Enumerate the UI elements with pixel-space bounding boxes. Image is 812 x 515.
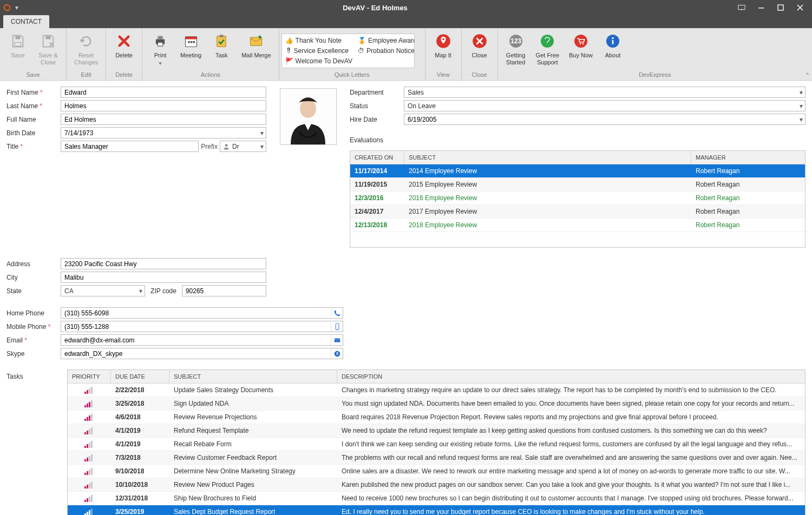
hire-date-input[interactable]: ▾ [404,114,806,125]
svg-rect-40 [87,390,88,394]
evaluation-row[interactable]: 12/4/20172017 Employee ReviewRobert Reag… [350,205,805,219]
ribbon-group-edit: Reset Changes Edit [67,28,106,80]
contact-photo[interactable] [280,88,337,145]
task-row[interactable]: 3/25/2018 Sign Updated NDA You must sign… [68,397,805,411]
task-row[interactable]: 4/6/2018 Review Revenue Projections Boar… [68,411,805,424]
task-button[interactable]: Task [208,30,235,70]
svg-rect-48 [87,417,88,421]
award-icon: 🏅 [358,37,366,44]
person-icon [222,143,230,150]
last-name-input[interactable] [61,100,266,111]
ribbon-group-devexpress: 123 Getting Started Get Free Support Buy… [498,28,812,80]
prefix-select[interactable]: Dr ▾ [220,141,266,152]
save-close-button[interactable]: Save & Close [35,30,62,70]
ribbon-group-close: Close Close [462,28,498,80]
maximize-button[interactable] [771,0,790,15]
buy-now-button[interactable]: Buy Now [566,30,596,70]
map-it-button[interactable]: Map It [430,30,457,70]
phone-icon[interactable] [331,308,343,318]
svg-rect-55 [84,446,86,448]
zip-input[interactable] [182,285,266,296]
quick-letters-gallery[interactable]: 👍Thank You Note🏅Employee Award🎖Service E… [281,34,415,68]
department-select[interactable]: Sales▾ [404,87,806,98]
meeting-button[interactable]: Meeting [177,30,205,70]
state-select[interactable]: CA▾ [61,285,145,296]
evaluations-table: Created On Subject Manager 11/17/2014201… [350,150,806,248]
close-button[interactable] [790,0,810,15]
svg-rect-49 [89,415,90,421]
skype-input[interactable]: S [61,348,343,359]
task-row[interactable]: 4/1/2019 Recall Rebate Form I don't thin… [68,438,805,451]
title-label: Title [6,143,61,150]
app-icon [2,3,12,12]
prefix-label: Prefix [201,143,218,150]
svg-rect-46 [91,400,93,407]
get-free-support-button[interactable]: Get Free Support [533,30,562,70]
task-row[interactable]: 7/3/2018 Review Customer Feedback Report… [68,451,805,465]
task-row[interactable]: 9/10/2018 Determine New Online Marketing… [68,465,805,478]
print-icon [152,32,169,50]
last-name-label: Last Name [6,102,61,110]
svg-rect-78 [91,509,93,515]
quick-letter-item[interactable]: 🚩Welcome To DevAV [284,56,353,67]
svg-rect-6 [15,36,20,39]
email-input[interactable] [61,334,343,346]
svg-rect-76 [87,512,88,515]
status-select[interactable]: On Leave▾ [404,100,806,111]
mail-merge-button[interactable]: Mail Merge [238,30,274,70]
home-phone-input[interactable] [61,307,343,319]
reset-changes-button[interactable]: Reset Changes [71,30,101,70]
svg-rect-58 [91,441,93,448]
priority-icon [68,451,111,464]
ribbon: Save Save & Close Save Reset Changes Edi… [0,28,812,81]
email-icon[interactable] [331,335,343,345]
quick-letter-item[interactable]: 🏅Employee Award [357,35,415,45]
minimize-button[interactable] [751,0,771,15]
svg-rect-74 [91,495,93,502]
ribbon-group-delete: Delete Delete [106,28,142,80]
task-row[interactable]: 12/31/2018 Ship New Brochures to Field N… [68,492,805,505]
task-row[interactable]: 2/22/2018 Update Sales Strategy Document… [68,384,805,397]
address-input[interactable] [61,258,266,269]
evaluations-label: Evaluations [350,134,806,146]
calendar-icon [182,32,200,50]
priority-icon [68,384,111,397]
save-button[interactable]: Save [4,30,31,70]
evaluation-row[interactable]: 11/17/20142014 Employee ReviewRobert Rea… [350,164,805,178]
evaluation-row[interactable]: 11/19/20152015 Employee ReviewRobert Rea… [350,178,805,192]
evaluation-row[interactable]: 12/3/20162016 Employee ReviewRobert Reag… [350,192,805,205]
close-form-button[interactable]: Close [466,30,493,70]
mobile-icon[interactable] [331,321,343,332]
city-input[interactable] [61,272,266,283]
skype-icon[interactable]: S [331,348,343,359]
info-icon [604,32,621,50]
address-label: Address [6,260,61,268]
evaluation-row[interactable]: 12/13/20182018 Employee ReviewRobert Rea… [350,219,805,232]
print-button[interactable]: Print ▼ [147,30,174,70]
window-title: DevAV - Ed Holmes [18,4,732,12]
mobile-phone-input[interactable] [61,321,343,332]
ribbon-group-save: Save Save & Close Save [0,28,67,80]
svg-rect-54 [91,427,93,434]
ribbon-collapse-icon[interactable]: ⌃ [805,72,810,79]
quick-letter-item[interactable]: 🎖Service Excellence [284,45,353,56]
birth-date-input[interactable]: ▾ [61,127,266,138]
ribbon-options-icon[interactable] [732,0,751,15]
delete-button[interactable]: Delete [110,30,137,70]
full-name-input[interactable] [61,114,266,125]
svg-rect-7 [45,36,50,39]
title-input[interactable] [61,141,199,152]
first-name-input[interactable] [61,87,266,98]
chevron-down-icon: ▼ [158,61,162,66]
getting-started-button[interactable]: 123 Getting Started [502,30,529,70]
tab-contact[interactable]: CONTACT [3,15,49,28]
ribbon-tabs: CONTACT [0,15,812,28]
task-row[interactable]: 10/10/2018 Review New Product Pages Kare… [68,478,805,492]
task-row[interactable]: 4/1/2019 Refund Request Template We need… [68,424,805,438]
quick-letter-item[interactable]: ⏱Probation Notice [357,45,415,56]
quick-letter-item[interactable]: 👍Thank You Note [284,35,353,45]
chevron-down-icon: ▾ [800,89,803,96]
task-row[interactable]: 3/25/2019 Sales Dept Budget Request Repo… [68,505,805,515]
about-button[interactable]: About [599,30,626,70]
svg-rect-73 [89,497,90,502]
